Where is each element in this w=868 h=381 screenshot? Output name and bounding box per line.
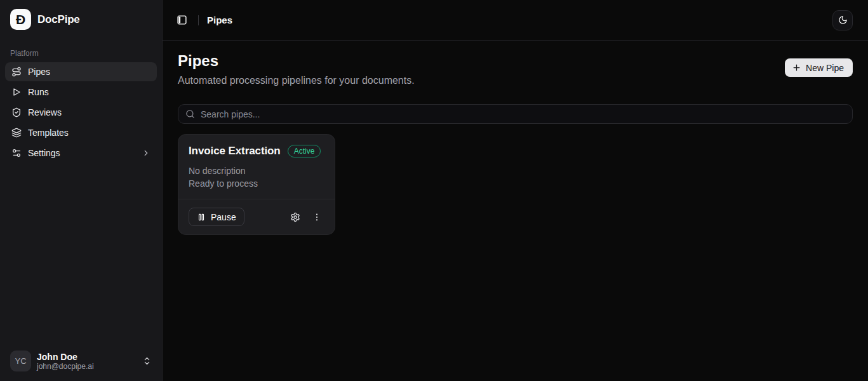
layers-icon	[11, 128, 22, 138]
sidebar: Ð DocPipe Platform Pipes Runs Reviews	[0, 0, 163, 381]
route-icon	[11, 67, 22, 77]
plus-icon	[792, 63, 801, 72]
pipe-title: Invoice Extraction	[189, 145, 281, 157]
search-input[interactable]	[201, 109, 845, 119]
pipe-more-menu-button[interactable]	[308, 208, 326, 226]
pipe-card: Invoice Extraction Active No description…	[178, 134, 335, 235]
sidebar-nav: Pipes Runs Reviews Templates Settings	[0, 62, 162, 164]
page-subtitle: Automated processing pipelines for your …	[178, 74, 415, 87]
sidebar-item-label: Pipes	[28, 67, 50, 77]
sidebar-item-runs[interactable]: Runs	[5, 83, 157, 102]
sidebar-item-settings[interactable]: Settings	[5, 144, 157, 163]
main-area: Pipes Pipes Automated processing pipelin…	[163, 0, 868, 381]
brand-name: DocPipe	[37, 13, 80, 26]
user-menu[interactable]: YC John Doe john@docpipe.ai	[0, 341, 162, 381]
docpipe-logo-icon: Ð	[10, 9, 31, 30]
brand: Ð DocPipe	[0, 0, 162, 37]
gear-icon	[290, 212, 300, 222]
search-box	[178, 104, 853, 124]
sidebar-item-templates[interactable]: Templates	[5, 123, 157, 142]
shield-check-icon	[11, 107, 22, 117]
pipe-card-actions	[286, 208, 326, 226]
chevrons-up-down-icon	[142, 356, 152, 366]
theme-toggle-button[interactable]	[832, 10, 853, 30]
user-email: john@docpipe.ai	[37, 363, 94, 370]
sliders-icon	[11, 148, 22, 158]
topbar-divider	[198, 15, 199, 25]
sidebar-item-pipes[interactable]: Pipes	[5, 62, 157, 81]
kebab-menu-icon	[312, 212, 322, 222]
play-icon	[11, 87, 22, 97]
pipe-card-body: Invoice Extraction Active No description…	[178, 135, 335, 199]
page-head: Pipes Automated processing pipelines for…	[178, 52, 853, 87]
sidebar-spacer	[0, 164, 162, 341]
sidebar-item-reviews[interactable]: Reviews	[5, 103, 157, 122]
sidebar-item-label: Settings	[28, 148, 60, 158]
sidebar-item-label: Reviews	[28, 107, 62, 117]
topbar: Pipes	[163, 0, 868, 41]
sidebar-toggle-button[interactable]	[174, 12, 190, 28]
sidebar-section-label: Platform	[10, 49, 152, 58]
pause-label: Pause	[211, 212, 236, 222]
pipe-description: No description Ready to process	[189, 164, 324, 190]
pause-icon	[197, 213, 206, 222]
status-badge: Active	[288, 145, 321, 157]
user-meta: John Doe john@docpipe.ai	[37, 352, 94, 370]
sidebar-item-label: Templates	[28, 128, 69, 138]
page-title: Pipes	[178, 52, 415, 70]
pipe-card-title-row: Invoice Extraction Active	[189, 145, 324, 157]
content: Pipes Automated processing pipelines for…	[163, 41, 868, 246]
moon-icon	[838, 15, 848, 25]
avatar: YC	[10, 351, 31, 371]
search-icon	[185, 109, 195, 119]
breadcrumb: Pipes	[207, 15, 232, 25]
page-head-text: Pipes Automated processing pipelines for…	[178, 52, 415, 87]
user-name: John Doe	[37, 352, 94, 361]
new-pipe-button[interactable]: New Pipe	[785, 58, 853, 77]
pipe-card-grid: Invoice Extraction Active No description…	[178, 134, 853, 235]
pipe-settings-button[interactable]	[286, 208, 304, 226]
sidebar-item-label: Runs	[28, 87, 49, 97]
new-pipe-label: New Pipe	[806, 63, 844, 73]
pause-button[interactable]: Pause	[189, 208, 244, 226]
pipe-description-line: No description	[189, 164, 324, 177]
pipe-status-line: Ready to process	[189, 177, 324, 190]
pipe-card-footer: Pause	[178, 199, 335, 234]
chevron-right-icon	[142, 149, 150, 157]
